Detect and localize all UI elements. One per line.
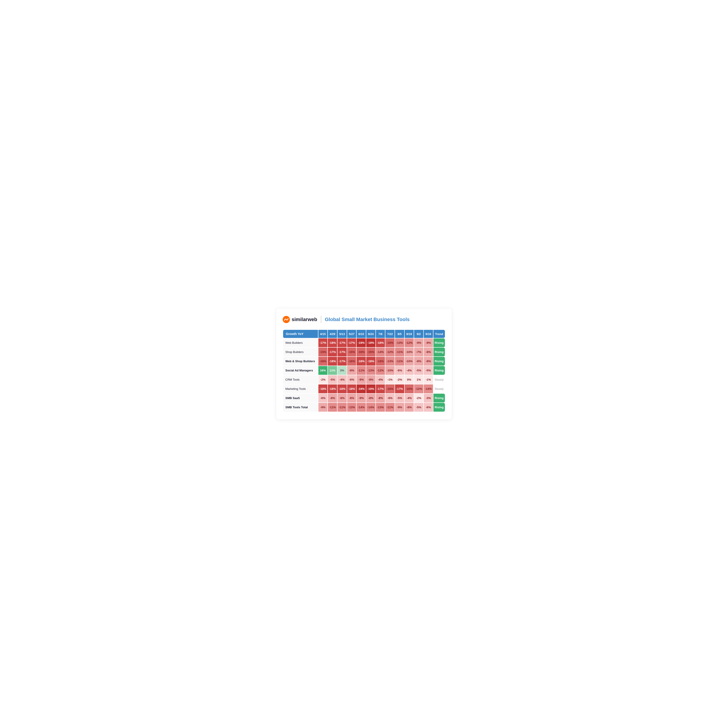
cell-r7-c3: -13%: [347, 403, 356, 411]
header-col-4: 6/10: [356, 330, 366, 338]
cell-r4-c11: -1%: [424, 375, 433, 384]
cell-r4-c0: -2%: [318, 375, 327, 384]
cell-r1-c0: -15%: [318, 347, 327, 356]
cell-r6-c7: -6%: [385, 394, 395, 402]
main-container: similarweb Global Small Market Business …: [276, 309, 452, 419]
logo-text: similarweb: [292, 317, 317, 323]
cell-r7-c1: -11%: [328, 403, 337, 411]
trend-cell-6: Rising: [433, 394, 445, 402]
cell-r5-c5: -19%: [366, 384, 375, 393]
table-row: SMB SaaS-6%-8%-8%-8%-9%-8%-8%-6%-5%-4%-2…: [283, 394, 445, 402]
cell-r1-c5: -15%: [366, 347, 375, 356]
cell-r5-c6: -17%: [376, 384, 385, 393]
header-col-6: 7/8: [376, 330, 385, 338]
cell-r2-c6: -16%: [376, 357, 385, 366]
cell-r2-c7: -13%: [385, 357, 395, 366]
cell-r1-c11: -8%: [424, 347, 433, 356]
cell-r6-c6: -8%: [376, 394, 385, 402]
cell-r2-c2: -17%: [338, 357, 347, 366]
cell-r4-c1: -5%: [328, 375, 337, 384]
cell-r7-c8: -9%: [395, 403, 404, 411]
cell-r2-c8: -11%: [395, 357, 404, 366]
cell-r0-c1: -18%: [328, 338, 337, 347]
page-header: similarweb Global Small Market Business …: [283, 316, 445, 323]
cell-r0-c6: -18%: [376, 338, 385, 347]
header-col-5: 6/24: [366, 330, 375, 338]
cell-r5-c10: -12%: [414, 384, 423, 393]
cell-r0-c2: -17%: [338, 338, 347, 347]
table-header-row: Growth YoY 4/15 4/29 5/13 5/27 6/10 6/24…: [283, 330, 445, 338]
cell-r4-c4: -9%: [356, 375, 366, 384]
header-growth-yoy: Growth YoY: [283, 330, 318, 338]
header-col-8: 8/5: [395, 330, 404, 338]
cell-r7-c5: -14%: [366, 403, 375, 411]
cell-r3-c0: 16%: [318, 366, 327, 375]
cell-r3-c8: -6%: [395, 366, 404, 375]
cell-r5-c8: -17%: [395, 384, 404, 393]
page-title: Global Small Market Business Tools: [325, 317, 410, 323]
cell-r5-c11: -14%: [424, 384, 433, 393]
cell-r0-c10: -9%: [414, 338, 423, 347]
header-col-3: 5/27: [347, 330, 356, 338]
logo-area: similarweb: [283, 316, 317, 323]
trend-cell-2: Rising: [433, 357, 445, 366]
row-label-4: CRM Tools: [283, 375, 318, 384]
cell-r5-c1: -18%: [328, 384, 337, 393]
cell-r1-c9: -10%: [405, 347, 414, 356]
cell-r2-c11: -8%: [424, 357, 433, 366]
table-row: Social Ad Managers16%11%3%-8%-11%-13%-12…: [283, 366, 445, 375]
cell-r2-c5: -18%: [366, 357, 375, 366]
cell-r3-c9: -4%: [405, 366, 414, 375]
cell-r6-c3: -8%: [347, 394, 356, 402]
header-col-2: 5/13: [338, 330, 347, 338]
cell-r1-c4: -16%: [356, 347, 366, 356]
cell-r3-c5: -13%: [366, 366, 375, 375]
table-row: SMB Tools Total-9%-11%-11%-13%-14%-14%-1…: [283, 403, 445, 411]
row-label-6: SMB SaaS: [283, 394, 318, 402]
cell-r7-c7: -11%: [385, 403, 395, 411]
cell-r1-c3: -15%: [347, 347, 356, 356]
cell-r7-c4: -14%: [356, 403, 366, 411]
cell-r6-c1: -8%: [328, 394, 337, 402]
cell-r6-c5: -8%: [366, 394, 375, 402]
trend-cell-4: Steady: [433, 375, 445, 384]
row-label-3: Social Ad Managers: [283, 366, 318, 375]
cell-r4-c2: -4%: [338, 375, 347, 384]
cell-r2-c0: -16%: [318, 357, 327, 366]
cell-r1-c7: -12%: [385, 347, 395, 356]
trend-cell-5: Steady: [433, 384, 445, 393]
cell-r4-c6: -4%: [376, 375, 385, 384]
header-col-10: 9/2: [414, 330, 423, 338]
cell-r7-c11: -6%: [424, 403, 433, 411]
trend-cell-7: Rising: [433, 403, 445, 411]
cell-r3-c7: -10%: [385, 366, 395, 375]
cell-r3-c2: 3%: [338, 366, 347, 375]
cell-r6-c4: -9%: [356, 394, 366, 402]
header-col-9: 8/19: [405, 330, 414, 338]
row-label-1: Shop Builders: [283, 347, 318, 356]
cell-r1-c2: -17%: [338, 347, 347, 356]
cell-r3-c4: -11%: [356, 366, 366, 375]
cell-r6-c9: -4%: [405, 394, 414, 402]
trend-cell-1: Rising: [433, 347, 445, 356]
cell-r0-c4: -19%: [356, 338, 366, 347]
cell-r4-c9: 0%: [405, 375, 414, 384]
cell-r6-c8: -5%: [395, 394, 404, 402]
cell-r7-c10: -5%: [414, 403, 423, 411]
row-label-2: Web & Shop Builders: [283, 357, 318, 366]
cell-r3-c1: 11%: [328, 366, 337, 375]
table-row: Marketing Tools-18%-18%-18%-18%-19%-19%-…: [283, 384, 445, 393]
cell-r1-c1: -17%: [328, 347, 337, 356]
data-table: Growth YoY 4/15 4/29 5/13 5/27 6/10 6/24…: [283, 329, 445, 412]
header-trend: Trend: [433, 330, 445, 338]
table-row: Web Builders-17%-18%-17%-17%-19%-19%-18%…: [283, 338, 445, 347]
header-col-1: 4/29: [328, 330, 337, 338]
cell-r1-c10: -7%: [414, 347, 423, 356]
cell-r5-c9: -16%: [405, 384, 414, 393]
cell-r7-c9: -8%: [405, 403, 414, 411]
cell-r3-c11: -5%: [424, 366, 433, 375]
cell-r3-c3: -8%: [347, 366, 356, 375]
table-row: CRM Tools-2%-5%-4%-6%-9%-8%-4%-1%-2%0%1%…: [283, 375, 445, 384]
cell-r0-c8: -13%: [395, 338, 404, 347]
cell-r0-c7: -15%: [385, 338, 395, 347]
